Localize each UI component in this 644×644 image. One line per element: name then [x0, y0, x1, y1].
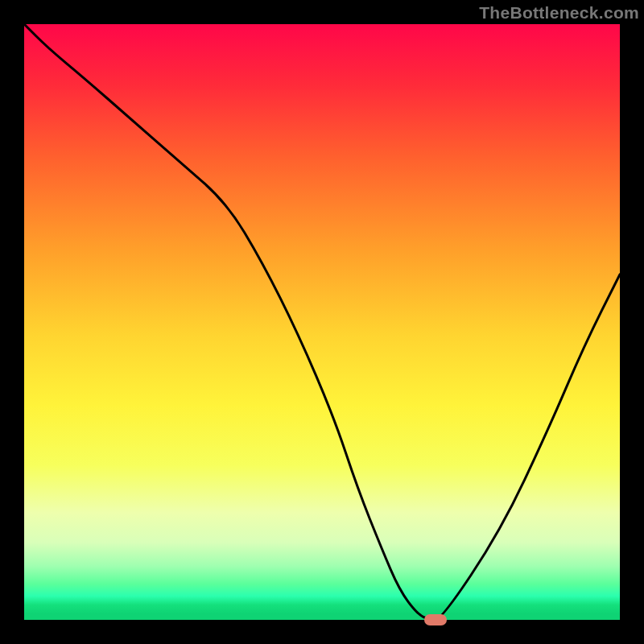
plot-area [24, 24, 620, 620]
bottleneck-curve [24, 24, 620, 620]
chart-container: TheBottleneck.com [0, 0, 644, 644]
curve-svg [24, 24, 620, 620]
watermark-text: TheBottleneck.com [479, 3, 639, 23]
optimum-marker [424, 614, 447, 625]
